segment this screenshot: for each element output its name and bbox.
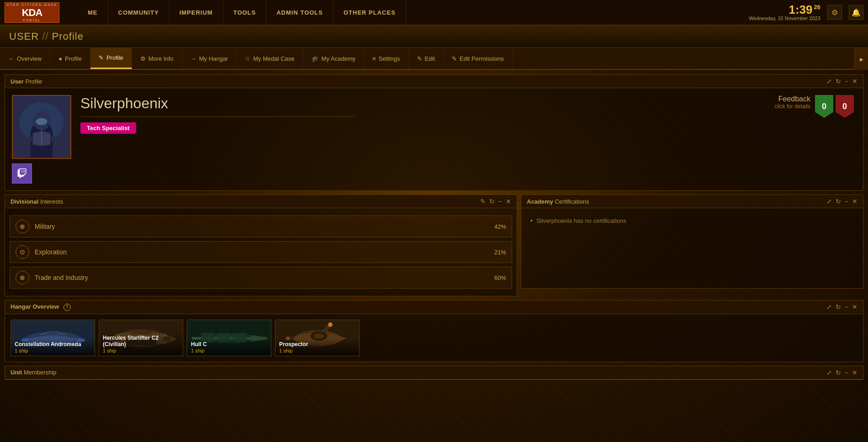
settings-icon[interactable]: ⚙	[827, 5, 842, 20]
site-logo[interactable]: STAR CITIZEN BASE KDA PORTAL	[5, 2, 59, 23]
academy-close-icon[interactable]: ✕	[852, 198, 857, 205]
profile-panel-header: User Profile ⤢ ↻ − ✕	[5, 75, 863, 88]
top-navigation: STAR CITIZEN BASE KDA PORTAL ME COMMUNIT…	[0, 0, 868, 25]
academy-header: Academy Certifications ⤢ ↻ − ✕	[521, 195, 863, 208]
academy-no-certs: • Silverphoenix has no certifications	[521, 208, 863, 233]
exploration-label: Exploration	[35, 248, 489, 256]
tab-academy[interactable]: 🎓 My Academy	[303, 48, 364, 69]
profile-close-icon[interactable]: ✕	[852, 78, 857, 85]
trade-label: Trade and Industry	[35, 274, 489, 281]
trade-pct: 60%	[494, 274, 506, 281]
tab-more-info[interactable]: ⚙ More Info	[132, 48, 182, 69]
unit-minimize-icon[interactable]: −	[845, 369, 848, 376]
divisional-body: ⊕ Military 42% ⊙ Exploration 21% ⊗ Trade…	[5, 208, 517, 296]
profile-minimize-icon[interactable]: −	[845, 78, 848, 85]
academy-expand-icon[interactable]: ⤢	[826, 198, 832, 205]
ship-cards: Constellation Andromeda 1 ship	[11, 320, 857, 356]
overview-icon: ←	[8, 55, 14, 62]
ship-count-hercules: 1 ship	[103, 348, 179, 353]
breadcrumb-text: USER // Profile	[9, 31, 84, 42]
edit-icon: ✎	[417, 55, 422, 62]
tab-my-hangar[interactable]: → My Hangar	[182, 48, 237, 69]
academy-controls: ⤢ ↻ − ✕	[826, 198, 857, 205]
nav-item-community[interactable]: COMMUNITY	[108, 0, 169, 25]
logo-area[interactable]: STAR CITIZEN BASE KDA PORTAL	[5, 2, 69, 23]
tab-profile-2[interactable]: ✎ Profile	[90, 48, 132, 69]
role-badge: Tech Specialist	[80, 122, 136, 134]
tabs-more[interactable]: ▸	[854, 48, 868, 70]
nav-item-admin-tools[interactable]: ADMIN TOOLS	[266, 0, 333, 25]
unit-expand-icon[interactable]: ⤢	[826, 369, 832, 376]
feedback-area: Feedback click for details 0 0	[774, 95, 854, 118]
notifications-icon[interactable]: 🔔	[849, 5, 863, 20]
two-col-section: Divisional Interests ✎ ↻ − ✕ ⊕ Military …	[5, 195, 863, 300]
interest-military: ⊕ Military 42%	[10, 216, 512, 237]
academy-icon: 🎓	[312, 55, 319, 62]
tab-overview[interactable]: ← Overview	[0, 48, 50, 69]
ship-card-hercules[interactable]: Hercules Starlifter C2 (Civilian) 1 ship	[99, 320, 183, 356]
ship-overlay-constellation: Constellation Andromeda 1 ship	[11, 339, 95, 355]
unit-title: Unit Membership	[11, 369, 56, 376]
ship-card-constellation[interactable]: Constellation Andromeda 1 ship	[11, 320, 95, 356]
ship-name-prospector: Prospector	[279, 341, 355, 347]
clock-area: 1:3926 Wednesday, 15 November 2023	[749, 4, 820, 21]
academy-minimize-icon[interactable]: −	[845, 198, 848, 205]
profile-panel-controls: ⤢ ↻ − ✕	[826, 78, 857, 85]
nav-item-other-places[interactable]: OTHER PLACES	[333, 0, 406, 25]
divisional-panel: Divisional Interests ✎ ↻ − ✕ ⊕ Military …	[5, 195, 517, 296]
divisional-minimize-icon[interactable]: −	[498, 198, 502, 205]
ship-count-prospector: 1 ship	[279, 348, 355, 353]
ship-overlay-hull-c: Hull C 1 ship	[187, 339, 271, 355]
nav-item-imperium[interactable]: IMPERIUM	[169, 0, 223, 25]
profile1-icon: ●	[58, 55, 62, 62]
divisional-close-icon[interactable]: ✕	[506, 198, 511, 205]
hangar-panel: Hangar Overview ? ⤢ ↻ − ✕	[5, 300, 863, 362]
tab-medal-case[interactable]: ☆ My Medal Case	[237, 48, 303, 69]
divisional-header: Divisional Interests ✎ ↻ − ✕	[5, 195, 517, 208]
nav-item-tools[interactable]: TOOLS	[223, 0, 267, 25]
nav-item-me[interactable]: ME	[78, 0, 108, 25]
main-content: User Profile ⤢ ↻ − ✕	[0, 70, 868, 442]
hangar-minimize-icon[interactable]: −	[845, 303, 848, 310]
tab-edit[interactable]: ✎ Edit	[409, 48, 444, 69]
unit-close-icon[interactable]: ✕	[852, 369, 857, 376]
hangar-close-icon[interactable]: ✕	[852, 303, 857, 310]
academy-body-space	[521, 233, 863, 288]
tab-profile-1[interactable]: ● Profile	[50, 48, 90, 69]
ship-name-constellation: Constellation Andromeda	[15, 341, 91, 347]
hangar-icon: →	[191, 55, 196, 62]
academy-title: Academy Certifications	[527, 198, 589, 205]
divisional-title: Divisional Interests	[11, 198, 63, 205]
ship-card-hull-c[interactable]: Hull C 1 ship	[187, 320, 271, 356]
profile-expand-icon[interactable]: ⤢	[826, 78, 832, 85]
hangar-refresh-icon[interactable]: ↻	[836, 303, 841, 310]
ship-card-prospector[interactable]: Prospector 1 ship	[275, 320, 360, 356]
tab-settings[interactable]: ≡ Settings	[364, 48, 409, 69]
divisional-edit-icon[interactable]: ✎	[480, 198, 486, 205]
hangar-expand-icon[interactable]: ⤢	[826, 303, 832, 310]
exploration-pct: 21%	[494, 249, 506, 256]
interest-trade: ⊗ Trade and Industry 60%	[10, 267, 512, 289]
svg-rect-7	[48, 331, 58, 336]
profile-refresh-icon[interactable]: ↻	[836, 78, 841, 85]
svg-point-26	[328, 322, 333, 327]
academy-refresh-icon[interactable]: ↻	[836, 198, 841, 205]
medal-icon: ☆	[245, 55, 250, 62]
hangar-help-icon[interactable]: ?	[64, 304, 71, 311]
settings-tab-icon: ≡	[372, 55, 376, 62]
exploration-icon: ⊙	[16, 245, 29, 259]
tab-edit-permissions[interactable]: ✎ Edit Permissions	[444, 48, 513, 69]
profile-panel-title: User Profile	[11, 78, 42, 85]
feedback-link[interactable]: click for details	[774, 103, 810, 110]
divisional-refresh-icon[interactable]: ↻	[489, 198, 495, 205]
nav-right: 1:3926 Wednesday, 15 November 2023 ⚙ 🔔	[749, 4, 863, 21]
tabs-bar: ← Overview ● Profile ✎ Profile ⚙ More In…	[0, 48, 868, 70]
unit-controls: ⤢ ↻ − ✕	[826, 369, 857, 376]
feedback-green-btn[interactable]: 0	[815, 95, 833, 118]
ship-overlay-hercules: Hercules Starlifter C2 (Civilian) 1 ship	[99, 332, 183, 356]
unit-refresh-icon[interactable]: ↻	[836, 369, 841, 376]
logo-text-sub: PORTAL	[6, 19, 58, 22]
twitch-icon[interactable]	[12, 163, 32, 184]
hangar-title: Hangar Overview ?	[11, 303, 71, 311]
feedback-red-btn[interactable]: 0	[836, 95, 854, 118]
